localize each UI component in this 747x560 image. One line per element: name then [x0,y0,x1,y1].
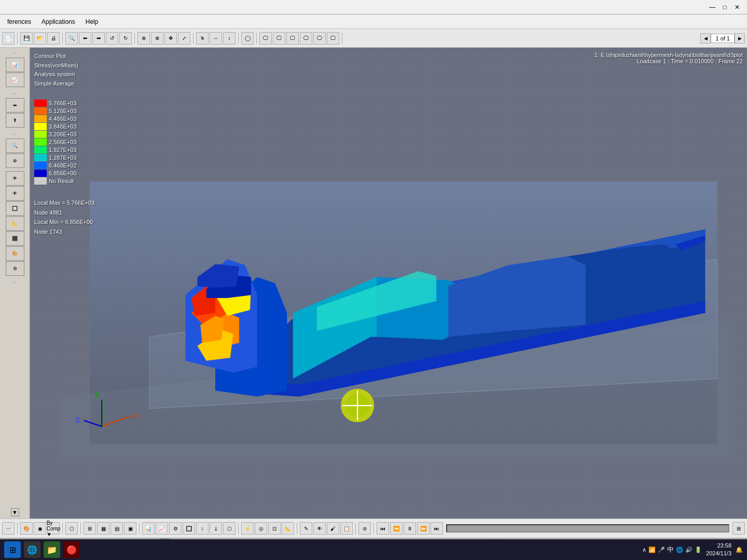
btoolbar-btn-22[interactable]: 👁 [313,522,326,535]
toolbar-sep-6 [256,33,257,44]
play-begin-btn[interactable]: ⏮ [377,522,389,535]
stress-type: Stress(vonMises) [34,61,78,71]
toolbar-btn-1[interactable]: 📄 [2,32,15,45]
toolbar-btn-23[interactable]: 🖵 [327,32,339,45]
toolbar-btn-10[interactable]: ⊕ [137,32,150,45]
taskbar-icon-app[interactable]: 🔴 [63,541,80,558]
sidebar-btn-2[interactable]: 📈 [6,73,24,87]
toolbar-btn-22[interactable]: 🖵 [313,32,326,45]
sidebar-btn-3[interactable]: ⬅ [6,98,24,113]
toolbar-btn-13[interactable]: ⤢ [178,32,190,45]
legend-label-0: 5.766E+03 [49,100,77,106]
btoolbar-btn-19[interactable]: ⊡ [268,522,281,535]
btoolbar-btn-12[interactable]: ⚙ [169,522,182,535]
sidebar-btn-11[interactable]: ⬛ [6,231,24,246]
taskbar-icon-browser[interactable]: 🌐 [24,541,40,558]
sidebar-btn-13[interactable]: ⚙ [6,261,24,276]
btoolbar-btn-1[interactable]: ··· [2,522,15,535]
toolbar-btn-5[interactable]: 🔍 [65,32,78,45]
minimize-button[interactable]: — [707,2,718,13]
legend-color-7 [34,154,47,161]
btoolbar-btn-23[interactable]: 🖌 [327,522,339,535]
toolbar-btn-19[interactable]: 🖵 [273,32,285,45]
toolbar-btn-18[interactable]: 🖵 [259,32,272,45]
btoolbar-btn-3[interactable]: ◉ [34,522,46,535]
toolbar-btn-14[interactable]: 🖱 [196,32,209,45]
title-bar: — □ ✕ [0,0,747,15]
toolbar-sep-1 [17,33,18,44]
close-button[interactable]: ✕ [731,2,743,13]
sidebar-btn-5[interactable]: 🔍 [6,138,24,153]
btoolbar-btn-5[interactable]: ⬡ [65,522,78,535]
btoolbar-btn-16[interactable]: ⬡ [223,522,236,535]
btoolbar-btn-25[interactable]: ⊘ [358,522,371,535]
menu-references[interactable]: ferences [2,16,36,27]
legend-item-8: 6.468E+02 [34,162,77,169]
taskbar-icon-files[interactable]: 📁 [44,541,60,558]
toolbar-btn-16[interactable]: ↕ [223,32,236,45]
sidebar-btn-1[interactable]: 📊 [6,58,24,72]
play-pause-btn[interactable]: ⏸ [404,522,416,535]
toolbar-btn-6[interactable]: ⬅ [79,32,91,45]
viewport[interactable]: X Y Z Contour Plot Stress(vonMises) Anal… [30,48,747,519]
sidebar-collapse-btn[interactable]: ▼ [11,508,19,516]
taskbar-icon-windows[interactable]: ⊞ [4,541,21,558]
taskbar-arrow-up: ∧ [642,547,646,553]
playback-expand-btn[interactable]: ⊞ [732,522,745,535]
sidebar-btn-6[interactable]: ⊕ [6,153,24,168]
toolbar-btn-20[interactable]: 🖵 [286,32,299,45]
play-prev-btn[interactable]: ⏪ [390,522,403,535]
toolbar-btn-12[interactable]: ✥ [164,32,177,45]
prev-page-button[interactable]: ◀ [700,33,711,44]
toolbar-btn-9[interactable]: ↻ [119,32,132,45]
toolbar-btn-3[interactable]: 📂 [34,32,46,45]
playback-progress[interactable] [446,524,729,533]
average-method: Simple Average [34,79,78,89]
legend-item-2: 4.486E+03 [34,115,77,122]
maximize-button[interactable]: □ [719,2,730,13]
menu-applications[interactable]: Applications [36,16,80,27]
legend-color-3 [34,123,47,130]
btoolbar-btn-17[interactable]: ⚡ [241,522,254,535]
toolbar-btn-21[interactable]: 🖵 [300,32,312,45]
play-end-btn[interactable]: ⏭ [431,522,443,535]
btoolbar-btn-11[interactable]: 📈 [156,522,168,535]
toolbar-btn-8[interactable]: ↺ [106,32,118,45]
toolbar-sep-3 [134,33,135,44]
btoolbar-btn-14[interactable]: ↕ [196,522,209,535]
sidebar-btn-8[interactable]: 👁 [6,186,24,201]
btoolbar-btn-15[interactable]: ⤓ [210,522,222,535]
btoolbar-btn-18[interactable]: ◎ [255,522,267,535]
btoolbar-btn-13[interactable]: 🔲 [183,522,195,535]
toolbar-btn-15[interactable]: ↔ [210,32,222,45]
menu-help[interactable]: Help [80,16,104,27]
next-page-button[interactable]: ▶ [735,33,745,44]
sidebar-btn-12[interactable]: 🎨 [6,246,24,261]
btoolbar-btn-2[interactable]: 🎨 [20,522,33,535]
toolbar-btn-7[interactable]: ➡ [92,32,105,45]
sidebar-btn-10[interactable]: 📐 [6,216,24,231]
btoolbar-btn-4[interactable]: By Comp ▼ [47,522,60,535]
btoolbar-sep-6 [297,523,297,534]
sidebar-dots-1: ··· [13,51,17,55]
taskbar-notification-icon[interactable]: 🔔 [736,547,743,553]
btoolbar-btn-21[interactable]: ✎ [300,522,312,535]
btoolbar-btn-24[interactable]: 📋 [340,522,353,535]
bottom-toolbar: ··· 🎨 ◉ By Comp ▼ ⬡ ⊞ ▦ ▤ ▣ 📊 📈 ⚙ 🔲 ↕ ⤓ … [0,519,747,538]
btoolbar-btn-6[interactable]: ⊞ [84,522,96,535]
btoolbar-btn-9[interactable]: ▣ [124,522,136,535]
toolbar-btn-17[interactable]: ◯ [241,32,254,45]
btoolbar-btn-8[interactable]: ▤ [110,522,123,535]
toolbar-btn-4[interactable]: 🖨 [47,32,60,45]
toolbar-btn-11[interactable]: ⊗ [151,32,163,45]
toolbar-btn-2[interactable]: 💾 [20,32,33,45]
btoolbar-btn-7[interactable]: ▦ [97,522,109,535]
legend-item-5: 2.566E+03 [34,138,77,146]
play-next-btn[interactable]: ⏩ [417,522,430,535]
sidebar-btn-4[interactable]: ⬆ [6,113,24,128]
btoolbar-btn-10[interactable]: 📊 [142,522,155,535]
sidebar-btn-9[interactable]: 🔲 [6,201,24,216]
btoolbar-btn-20[interactable]: 📐 [282,522,294,535]
sidebar-btn-7[interactable]: 👁 [6,171,24,186]
local-min-label: Local Min = 6.856E+00 [34,217,94,227]
